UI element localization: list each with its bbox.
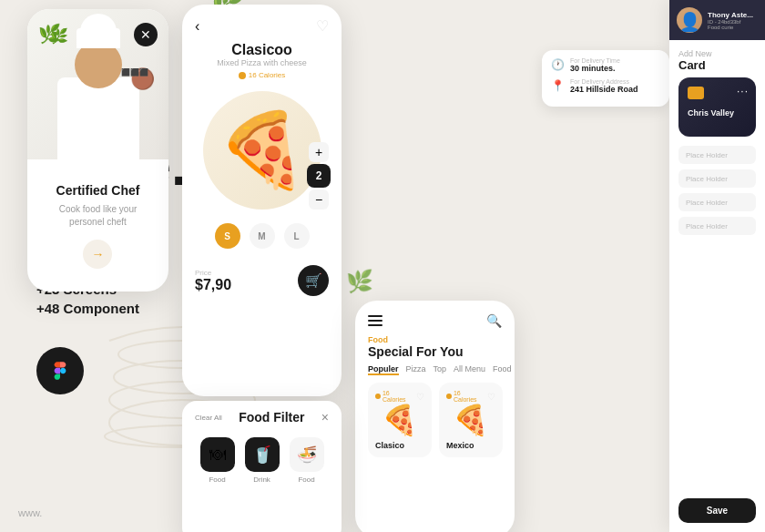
leaf-decoration-3: 🌿 — [346, 269, 373, 294]
favorite-button[interactable]: ♡ — [316, 17, 329, 35]
filter-icons: 🍽 Food 🥤 Drink 🍜 Food — [182, 430, 342, 491]
size-small[interactable]: S — [215, 223, 240, 249]
delivery-address-info: For Delivery Address 241 Hillside Road — [570, 78, 638, 94]
food-card-2[interactable]: 16 Calories ♡ 🍕 Mexico — [439, 383, 503, 457]
chef-next-button[interactable]: → — [83, 240, 112, 269]
screen-pizza: ‹ ♡ Clasicoo Mixed Pizza with cheese 16 … — [182, 5, 342, 396]
pizza-title-area: Clasicoo Mixed Pizza with cheese 16 Calo… — [182, 42, 342, 87]
field-3[interactable]: Place Holder — [678, 193, 756, 211]
tab-populer[interactable]: Populer — [368, 364, 399, 375]
pizza-description: Mixed Pizza with cheese — [191, 58, 332, 67]
user-info: Thony Aste... ID - 24bd33bf Food curie — [708, 11, 758, 30]
pizza-header: ‹ ♡ — [182, 5, 342, 42]
add-label: Add New — [678, 49, 756, 58]
avatar: 👤 — [677, 7, 702, 33]
chef-title: Certified Chef — [56, 183, 140, 198]
delivery-time-info: For Delivery Time 30 minutes. — [570, 57, 620, 73]
credit-card: Chris Valley ··· — [678, 77, 756, 137]
filter-noodle-label: Food — [298, 476, 314, 484]
screen-chef: ✕ 🌿 🌿 🟤 ⬛⬛⬛ Certified Chef — [27, 9, 168, 292]
user-header: 👤 Thony Aste... ID - 24bd33bf Food curie — [669, 0, 765, 40]
right-panel: 👤 Thony Aste... ID - 24bd33bf Food curie… — [669, 0, 765, 532]
add-to-cart-button[interactable]: 🛒 — [298, 265, 329, 296]
card-chip — [688, 87, 704, 99]
clock-icon: 🕐 — [551, 58, 565, 71]
cart-icon: 🛒 — [305, 272, 322, 289]
field-2[interactable]: Place Holder — [678, 169, 756, 188]
chef-image-area: ✕ 🌿 🌿 🟤 ⬛⬛⬛ — [27, 9, 168, 159]
quantity-value: 2 — [307, 164, 331, 188]
category-tabs: Populer Pizza Top All Menu Food — [355, 364, 515, 383]
food-2-calories: 16 Calories ♡ — [446, 390, 495, 403]
food-cards: 16 Calories ♡ 🍕 Clasico 16 Calories ♡ 🍕 … — [355, 383, 515, 457]
figma-icon[interactable] — [36, 347, 84, 394]
user-role: Food curie — [708, 25, 758, 30]
card-form-fields: Place Holder Place Holder Place Holder P… — [669, 146, 765, 489]
size-medium[interactable]: M — [250, 223, 275, 249]
price-area: Price $7,90 — [195, 269, 231, 293]
tab-food[interactable]: Food — [493, 364, 512, 375]
price-value: $7,90 — [195, 277, 231, 293]
filter-noodle[interactable]: 🍜 Food — [290, 437, 324, 484]
filter-drink-label: Drink — [253, 476, 270, 484]
filter-food[interactable]: 🍽 Food — [200, 437, 235, 484]
back-button[interactable]: ‹ — [195, 18, 199, 35]
size-large[interactable]: L — [284, 223, 310, 249]
delivery-time-label: For Delivery Time — [570, 57, 620, 64]
filter-title: Food Filter — [239, 410, 304, 425]
delivery-address-label: For Delivery Address — [570, 78, 638, 85]
pizza-visual: 🍕 — [217, 107, 308, 193]
delivery-card: 🕐 For Delivery Time 30 minutes. 📍 For De… — [542, 50, 669, 107]
card-menu-button[interactable]: ··· — [737, 85, 749, 97]
filter-drink[interactable]: 🥤 Drink — [245, 437, 280, 484]
calories-badge: 16 Calories — [191, 71, 332, 79]
food-1-calories: 16 Calories ♡ — [375, 390, 424, 403]
filter-food-icon: 🍽 — [200, 437, 235, 472]
tab-top[interactable]: Top — [434, 364, 447, 375]
food-1-heart[interactable]: ♡ — [416, 392, 424, 402]
www-text: www. — [18, 507, 42, 518]
food-1-name: Clasico — [375, 441, 424, 450]
delivery-address-row: 📍 For Delivery Address 241 Hillside Road — [551, 78, 660, 94]
list-title-area: Food Special For You — [355, 335, 515, 364]
pizza-name: Clasicoo — [191, 42, 332, 58]
quantity-controls: + 2 − — [307, 142, 331, 210]
tab-pizza[interactable]: Pizza — [406, 364, 426, 375]
food-2-image: 🍕 — [446, 403, 495, 437]
screen-list: 🔍 Food Special For You Populer Pizza Top… — [355, 301, 515, 532]
calories-text: 16 Calories — [249, 71, 285, 79]
field-4[interactable]: Place Holder — [678, 217, 756, 235]
food-2-heart[interactable]: ♡ — [487, 392, 495, 402]
filter-noodle-icon: 🍜 — [290, 437, 324, 472]
field-1[interactable]: Place Holder — [678, 146, 756, 164]
save-button[interactable]: Save — [678, 498, 756, 523]
filter-close-button[interactable]: × — [321, 410, 329, 425]
menu-icon[interactable] — [368, 315, 382, 326]
screen-filter: Clear All Food Filter × 🍽 Food 🥤 Drink 🍜… — [182, 401, 342, 532]
card-holder-name: Chris Valley — [688, 108, 747, 118]
delivery-address-value: 241 Hillside Road — [570, 85, 638, 94]
add-card-title: Add New Card — [669, 40, 765, 77]
clear-all-button[interactable]: Clear All — [195, 414, 222, 422]
card-label: Card — [678, 58, 756, 72]
delivery-time-value: 30 minutes. — [570, 64, 620, 73]
tab-all-menu[interactable]: All Menu — [454, 364, 485, 375]
price-row: Price $7,90 🛒 — [182, 258, 342, 303]
special-title: Special For You — [368, 344, 502, 359]
size-selector: S M L — [182, 214, 342, 258]
price-label: Price — [195, 269, 231, 277]
chef-description: Cook food like your personel cheft — [59, 203, 138, 229]
food-card-1[interactable]: 16 Calories ♡ 🍕 Clasico — [368, 383, 432, 457]
chef-info: Certified Chef Cook food like your perso… — [46, 159, 151, 292]
quantity-decrease[interactable]: − — [309, 189, 329, 210]
quantity-increase[interactable]: + — [309, 142, 329, 162]
list-header: 🔍 — [355, 301, 515, 335]
filter-food-label: Food — [209, 476, 225, 484]
search-icon[interactable]: 🔍 — [486, 313, 502, 328]
filter-header: Clear All Food Filter × — [182, 401, 342, 430]
filter-drink-icon: 🥤 — [245, 437, 280, 472]
delivery-time-row: 🕐 For Delivery Time 30 minutes. — [551, 57, 660, 73]
food-2-name: Mexico — [446, 441, 495, 450]
location-icon: 📍 — [551, 79, 565, 92]
user-name: Thony Aste... — [708, 11, 758, 19]
